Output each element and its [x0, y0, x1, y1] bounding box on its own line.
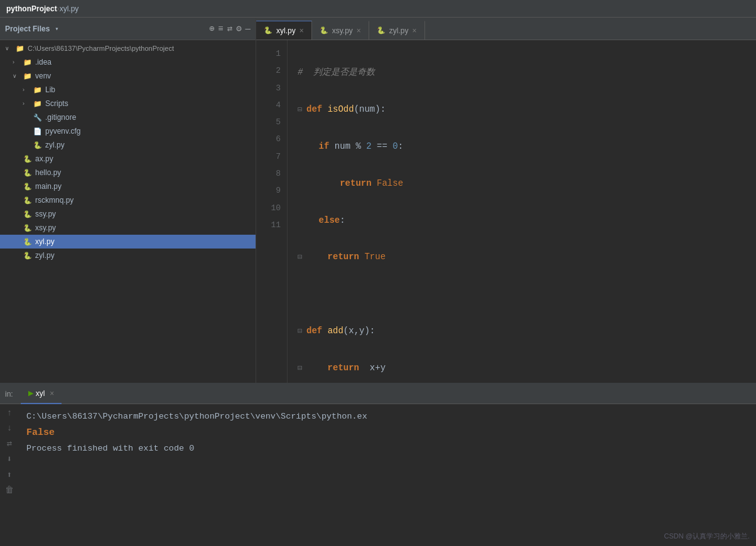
terminal-content: ↑ ↓ ⇄ ⬇ ⬆ 🗑 C:\Users\86137\PycharmProjec…: [0, 404, 756, 546]
line-num-9: 9: [256, 182, 281, 199]
tab-zyl-close[interactable]: ×: [413, 26, 417, 35]
zyl-icon: 🐍: [23, 251, 33, 260]
fold-2[interactable]: ⊟: [298, 102, 306, 118]
sidebar-item-venv[interactable]: ∨ 📁 venv: [0, 69, 256, 83]
line-num-7: 7: [256, 148, 281, 165]
code-line-2: ⊟def isOdd(num):: [298, 100, 756, 119]
line-num-4: 4: [256, 97, 281, 114]
root-folder-icon: 📁: [15, 44, 25, 53]
code-line-3: if num % 2 == 0:: [298, 137, 756, 156]
sidebar-item-zyl-venv[interactable]: 🐍 zyl.py: [0, 138, 256, 152]
pyvenv-icon: 📄: [33, 127, 43, 136]
ax-icon: 🐍: [23, 154, 33, 163]
terminal-path-line: C:\Users\86137\PycharmProjects\pythonPro…: [26, 409, 748, 424]
lib-folder-icon: 📁: [33, 85, 43, 94]
idea-label: .idea: [35, 58, 51, 67]
tab-xsy-close[interactable]: ×: [357, 26, 361, 35]
fold-9[interactable]: ⊟: [298, 361, 306, 377]
code-line-8: ⊟def add(x,y):: [298, 322, 756, 340]
rsckmnq-icon: 🐍: [23, 196, 33, 205]
code-line-1: # 判定是否是奇数: [298, 63, 756, 82]
code-line-5: else:: [298, 211, 756, 230]
venv-arrow: ∨: [13, 73, 20, 79]
root-arrow: ∨: [5, 45, 13, 51]
sidebar-item-idea[interactable]: › 📁 .idea: [0, 55, 256, 69]
tab-xyl-icon: 🐍: [264, 26, 273, 35]
icon-gear[interactable]: ⚙: [236, 23, 241, 34]
line-num-5: 5: [256, 114, 281, 131]
tab-xyl-close[interactable]: ×: [300, 26, 304, 35]
rsckmnq-label: rsckmnq.py: [35, 196, 73, 205]
tab-zyl-icon: 🐍: [377, 26, 386, 35]
main-label: main.py: [35, 182, 62, 191]
venv-label: venv: [35, 72, 51, 80]
tab-zyl-label: zyl.py: [389, 26, 409, 35]
terminal-tab-close[interactable]: ×: [50, 389, 54, 398]
zyl-venv-icon: 🐍: [33, 141, 43, 149]
code-line-9: ⊟ return x+y: [298, 359, 756, 377]
bottom-tab-xyl[interactable]: ▶ xyl ×: [21, 384, 62, 404]
scripts-folder-icon: 📁: [33, 99, 43, 108]
icon-add[interactable]: ⊕: [209, 23, 214, 34]
sidebar-item-gitignore[interactable]: 🔧 .gitignore: [0, 110, 256, 124]
line-num-11: 11: [256, 217, 281, 233]
sidebar-item-main[interactable]: 🐍 main.py: [0, 179, 256, 193]
sidebar: Project Files ▾ ⊕ ≡ ⇄ ⚙ — ∨ 📁 C:\Users\8…: [0, 18, 256, 383]
sidebar-item-pyvenv[interactable]: 📄 pyvenv.cfg: [0, 124, 256, 138]
sidebar-item-xyl[interactable]: 🐍 xyl.py: [0, 235, 256, 249]
icon-swap[interactable]: ⇄: [227, 23, 232, 34]
terminal-icon-down[interactable]: ↓: [7, 423, 12, 433]
sidebar-item-xsy[interactable]: 🐍 xsy.py: [0, 221, 256, 235]
terminal-run-icon: ▶: [28, 389, 33, 397]
zyl-label: zyl.py: [35, 251, 55, 260]
tab-zyl[interactable]: 🐍 zyl.py ×: [369, 21, 425, 40]
bottom-tab-bar: in: ▶ xyl ×: [0, 384, 756, 404]
terminal-false-line: False: [26, 424, 748, 441]
main-icon: 🐍: [23, 182, 33, 191]
editor-area: Project Files ▾ ⊕ ≡ ⇄ ⚙ — ∨ 📁 C:\Users\8…: [0, 18, 756, 383]
terminal-icon-up[interactable]: ↑: [7, 408, 12, 418]
icon-list[interactable]: ≡: [218, 24, 223, 34]
ssy-label: ssy.py: [35, 210, 56, 218]
terminal-side-bar: ↑ ↓ ⇄ ⬇ ⬆ 🗑: [0, 404, 19, 546]
fold-6[interactable]: ⊟: [298, 250, 306, 265]
sidebar-item-rsckmnq[interactable]: 🐍 rsckmnq.py: [0, 193, 256, 207]
idea-arrow: ›: [13, 59, 20, 65]
code-line-6: ⊟ return True: [298, 248, 756, 266]
terminal-tab-label: xyl: [36, 389, 45, 398]
code-content[interactable]: # 判定是否是奇数 ⊟def isOdd(num): if num % 2 ==…: [288, 40, 756, 383]
line-num-10: 10: [256, 200, 281, 217]
ssy-icon: 🐍: [23, 210, 33, 218]
sidebar-item-hello[interactable]: 🐍 hello.py: [0, 166, 256, 179]
sidebar-item-ax[interactable]: 🐍 ax.py: [0, 152, 256, 166]
line-num-3: 3: [256, 80, 281, 97]
line-num-6: 6: [256, 131, 281, 147]
main-layout: Project Files ▾ ⊕ ≡ ⇄ ⚙ — ∨ 📁 C:\Users\8…: [0, 18, 756, 546]
xsy-icon: 🐍: [23, 223, 33, 232]
tab-xsy[interactable]: 🐍 xsy.py ×: [312, 21, 369, 40]
title-bar: pythonProject › xyl.py: [0, 0, 756, 18]
fold-8[interactable]: ⊟: [298, 324, 306, 340]
scripts-arrow: ›: [23, 100, 30, 107]
sidebar-item-scripts[interactable]: › 📁 Scripts: [0, 97, 256, 110]
icon-collapse[interactable]: —: [246, 24, 251, 34]
sidebar-item-lib[interactable]: › 📁 Lib: [0, 83, 256, 97]
terminal-process-line: Process finished with exit code 0: [26, 441, 748, 456]
root-path-label: C:\Users\86137\PycharmProjects\pythonPro…: [28, 45, 174, 52]
terminal-icon-save-down[interactable]: ⬇: [7, 454, 12, 464]
terminal-icon-wrap[interactable]: ⇄: [7, 438, 12, 449]
tab-xyl[interactable]: 🐍 xyl.py ×: [256, 21, 312, 40]
terminal-icon-delete[interactable]: 🗑: [5, 485, 14, 495]
dropdown-arrow[interactable]: ▾: [55, 25, 58, 33]
bottom-panel: in: ▶ xyl × ↑ ↓ ⇄ ⬇ ⬆ 🗑 C:\Users\86137\P…: [0, 383, 756, 546]
bottom-tab-run-label: in:: [0, 384, 21, 404]
sidebar-item-zyl[interactable]: 🐍 zyl.py: [0, 249, 256, 262]
code-line-7: [298, 285, 756, 303]
tree-root[interactable]: ∨ 📁 C:\Users\86137\PycharmProjects\pytho…: [0, 41, 256, 55]
terminal-icon-print[interactable]: ⬆: [7, 469, 12, 480]
line-numbers: 1 2 3 4 5 6 7 8 9 10 11: [256, 40, 288, 383]
sidebar-item-ssy[interactable]: 🐍 ssy.py: [0, 207, 256, 221]
terminal-text: C:\Users\86137\PycharmProjects\pythonPro…: [19, 404, 756, 546]
tab-xyl-label: xyl.py: [276, 26, 296, 35]
tab-xsy-label: xsy.py: [332, 26, 353, 35]
